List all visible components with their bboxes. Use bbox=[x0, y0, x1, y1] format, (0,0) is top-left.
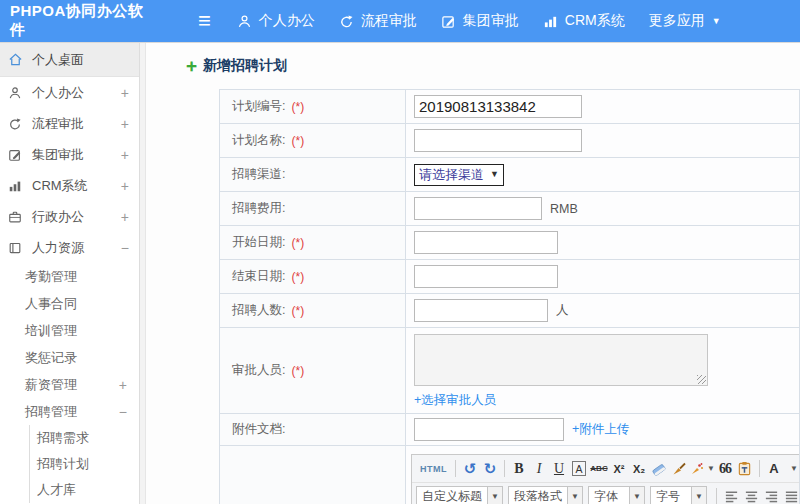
sidebar-item-label: 人事合同 bbox=[25, 295, 127, 313]
sidebar-item-label: 个人桌面 bbox=[32, 51, 129, 69]
sidebar-item-hr[interactable]: 人力资源 − bbox=[0, 232, 139, 263]
strikethrough-button[interactable]: ABC bbox=[589, 458, 609, 479]
sidebar-item-recruit-plan[interactable]: 招聘计划 bbox=[30, 451, 139, 477]
sidebar-item-desktop[interactable]: 个人桌面 bbox=[0, 43, 139, 77]
paste-icon[interactable] bbox=[735, 458, 755, 479]
end-date-input[interactable] bbox=[414, 265, 558, 288]
expand-icon[interactable]: + bbox=[121, 178, 129, 194]
field-label: 招聘人数: bbox=[232, 302, 285, 319]
start-date-input[interactable] bbox=[414, 231, 558, 254]
top-bar: PHPOA协同办公软件 ≡ 个人办公 流程审批 集团审批 CRM系统 更多应用 … bbox=[0, 0, 800, 42]
resize-handle[interactable] bbox=[697, 375, 706, 384]
collapse-icon[interactable]: − bbox=[119, 404, 127, 420]
required-mark: (*) bbox=[291, 134, 304, 148]
blockquote-button[interactable]: 66 bbox=[715, 458, 735, 479]
form-row-end-date: 结束日期:(*) bbox=[219, 260, 800, 294]
expand-icon[interactable]: + bbox=[121, 147, 129, 163]
required-mark: (*) bbox=[291, 304, 304, 318]
expand-icon[interactable]: + bbox=[119, 377, 127, 393]
sidebar-item-crm[interactable]: CRM系统 + bbox=[0, 170, 139, 201]
cost-input[interactable] bbox=[414, 197, 542, 220]
select-approvers-link[interactable]: +选择审批人员 bbox=[414, 392, 496, 409]
sidebar-item-admin-office[interactable]: 行政办公 + bbox=[0, 201, 139, 232]
align-justify-icon[interactable] bbox=[781, 486, 799, 504]
font-size-value: 字号 bbox=[651, 488, 691, 504]
nav-personal-office[interactable]: 个人办公 bbox=[237, 12, 315, 30]
font-color-button[interactable]: A bbox=[764, 458, 784, 479]
eraser-icon[interactable] bbox=[649, 458, 669, 479]
sidebar-item-label: CRM系统 bbox=[32, 177, 121, 195]
sidebar-item-salary[interactable]: 薪资管理 + bbox=[0, 371, 139, 398]
superscript-button[interactable]: X² bbox=[609, 458, 629, 479]
undo-icon[interactable]: ↺ bbox=[460, 458, 480, 479]
plan-number-input[interactable] bbox=[414, 95, 582, 118]
sidebar-item-label: 招聘计划 bbox=[37, 455, 89, 473]
page-title-bar: + 新增招聘计划 bbox=[186, 55, 800, 76]
sidebar-item-training[interactable]: 培训管理 bbox=[0, 317, 139, 344]
field-label: 结束日期: bbox=[232, 268, 285, 285]
attachment-upload-link[interactable]: +附件上传 bbox=[572, 421, 629, 438]
align-right-icon[interactable] bbox=[761, 486, 781, 504]
attachment-input[interactable] bbox=[414, 418, 564, 441]
font-style-button[interactable]: A bbox=[572, 461, 585, 476]
sidebar-item-label: 流程审批 bbox=[32, 115, 121, 133]
nav-more-apps[interactable]: 更多应用 ▼ bbox=[649, 12, 721, 30]
book-icon bbox=[8, 240, 25, 256]
required-mark: (*) bbox=[291, 100, 304, 114]
sidebar-item-personal-office[interactable]: 个人办公 + bbox=[0, 77, 139, 108]
expand-icon[interactable]: + bbox=[121, 116, 129, 132]
expand-icon[interactable]: + bbox=[121, 209, 129, 225]
sidebar-item-label: 人力资源 bbox=[32, 239, 121, 257]
chevron-down-icon[interactable]: ▼ bbox=[784, 458, 799, 479]
sidebar-item-talent-pool[interactable]: 人才库 bbox=[30, 477, 139, 503]
collapse-icon[interactable]: − bbox=[121, 240, 129, 256]
app-logo: PHPOA协同办公软件 bbox=[0, 2, 150, 40]
editor-toolbar-row1: HTML ↺ ↻ B I U A ABC X² X₂ bbox=[412, 455, 799, 483]
field-label: 审批人员: bbox=[232, 362, 285, 379]
font-size-select[interactable]: 字号▼ bbox=[650, 486, 707, 504]
channel-select[interactable]: 请选择渠道 ▼ bbox=[414, 164, 504, 186]
chevron-down-icon: ▼ bbox=[712, 17, 721, 26]
paragraph-format-select[interactable]: 段落格式▼ bbox=[508, 486, 583, 504]
subscript-button[interactable]: X₂ bbox=[629, 458, 649, 479]
heading-select[interactable]: 自定义标题▼ bbox=[416, 486, 503, 504]
form-row-start-date: 开始日期:(*) bbox=[219, 226, 800, 260]
nav-group-approval[interactable]: 集团审批 bbox=[441, 12, 519, 30]
sidebar-item-hr-contract[interactable]: 人事合同 bbox=[0, 290, 139, 317]
rich-text-editor: HTML ↺ ↻ B I U A ABC X² X₂ bbox=[411, 454, 799, 504]
align-center-icon[interactable] bbox=[741, 486, 761, 504]
sidebar-item-label: 奖惩记录 bbox=[25, 349, 127, 367]
expand-icon[interactable]: + bbox=[121, 85, 129, 101]
html-source-button[interactable]: HTML bbox=[416, 458, 451, 479]
clean-format-icon[interactable] bbox=[669, 458, 689, 479]
field-label: 计划名称: bbox=[232, 132, 285, 149]
bar-chart-icon bbox=[8, 178, 25, 194]
hamburger-icon[interactable]: ≡ bbox=[198, 10, 211, 32]
sidebar-item-recruit-demand[interactable]: 招聘需求 bbox=[30, 425, 139, 451]
headcount-input[interactable] bbox=[414, 299, 548, 322]
nav-crm-system[interactable]: CRM系统 bbox=[543, 12, 625, 30]
underline-button[interactable]: U bbox=[549, 458, 569, 479]
sidebar-item-label: 考勤管理 bbox=[25, 268, 127, 286]
bar-chart-icon bbox=[543, 14, 558, 29]
italic-button[interactable]: I bbox=[529, 458, 549, 479]
sidebar-item-rewards[interactable]: 奖惩记录 bbox=[0, 344, 139, 371]
form-row-cost: 招聘费用: RMB bbox=[219, 192, 800, 226]
sidebar-item-group-approval[interactable]: 集团审批 + bbox=[0, 139, 139, 170]
field-label: 招聘费用: bbox=[232, 200, 285, 217]
sidebar-item-recruit-mgmt[interactable]: 招聘管理 − bbox=[0, 398, 139, 425]
nav-workflow-approval[interactable]: 流程审批 bbox=[339, 12, 417, 30]
sidebar-item-attendance[interactable]: 考勤管理 bbox=[0, 263, 139, 290]
home-icon bbox=[8, 52, 25, 68]
approvers-textarea[interactable] bbox=[414, 334, 708, 386]
plan-name-input[interactable] bbox=[414, 129, 582, 152]
format-painter-icon[interactable]: ▼ bbox=[689, 458, 715, 479]
sidebar-item-workflow-approval[interactable]: 流程审批 + bbox=[0, 108, 139, 139]
form-row-headcount: 招聘人数:(*) 人 bbox=[219, 294, 800, 328]
recruit-plan-form: 计划编号:(*) 计划名称:(*) 招聘渠道: 请选择渠道 ▼ 招聘费用: RM… bbox=[219, 89, 800, 504]
font-family-select[interactable]: 字体▼ bbox=[588, 486, 645, 504]
align-left-icon[interactable] bbox=[721, 486, 741, 504]
sidebar-item-label: 薪资管理 bbox=[25, 376, 119, 394]
redo-icon[interactable]: ↻ bbox=[480, 458, 500, 479]
bold-button[interactable]: B bbox=[509, 458, 529, 479]
